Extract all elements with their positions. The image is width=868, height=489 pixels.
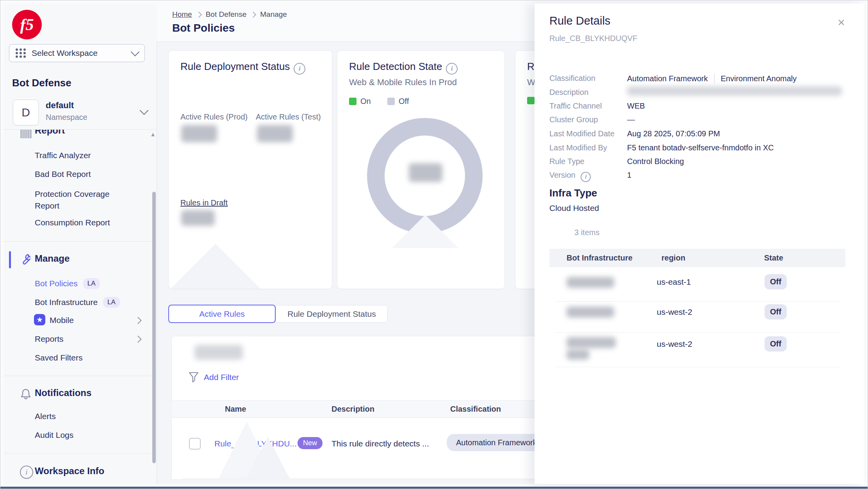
classification-value-2: Environment Anomaly bbox=[721, 74, 797, 83]
card-title-text: Rule Detection State bbox=[349, 61, 442, 72]
field-value: — bbox=[627, 115, 635, 124]
app-frame: f5 Select Workspace Bot Defense D defaul… bbox=[4, 4, 864, 484]
chevron-right-icon[interactable] bbox=[134, 336, 141, 343]
column-header-state: State bbox=[764, 253, 783, 262]
info-icon[interactable]: i bbox=[294, 63, 305, 75]
blurred-infra-name-line2 bbox=[567, 350, 589, 360]
field-value: Control Blocking bbox=[627, 157, 684, 166]
close-icon[interactable]: × bbox=[838, 16, 845, 29]
field-label: Classification bbox=[549, 74, 595, 83]
state-badge: Off bbox=[765, 274, 787, 289]
chevron-right-icon[interactable] bbox=[134, 317, 141, 324]
card-title: Rule Detection Statei bbox=[349, 61, 458, 75]
funnel-icon bbox=[189, 372, 198, 382]
info-icon[interactable]: i bbox=[446, 63, 458, 75]
row-checkbox[interactable] bbox=[189, 438, 201, 450]
workspace-selector[interactable]: Select Workspace bbox=[9, 44, 145, 62]
sidebar-item-reports[interactable]: Reports bbox=[35, 334, 64, 344]
namespace-chevron-icon[interactable] bbox=[140, 106, 149, 115]
report-bars-icon bbox=[20, 130, 32, 139]
row-divider bbox=[555, 367, 840, 367]
row-divider bbox=[555, 301, 840, 302]
wrench-icon bbox=[20, 253, 32, 265]
sidebar-item-traffic-analyzer[interactable]: Traffic Analyzer bbox=[35, 151, 91, 160]
blurred-value bbox=[181, 210, 215, 226]
mobile-star-icon: ★ bbox=[34, 314, 45, 325]
rules-in-draft-link[interactable]: Rules in Draft bbox=[180, 198, 228, 207]
field-value: WEB bbox=[627, 102, 645, 111]
divider bbox=[4, 376, 157, 376]
sidebar-section-manage[interactable]: Manage bbox=[35, 253, 70, 264]
column-header-bot-infrastructure: Bot Infrastructure bbox=[567, 253, 633, 262]
field-label: Rule Type bbox=[549, 157, 585, 166]
f5-logo: f5 bbox=[12, 10, 42, 39]
grid-icon bbox=[16, 48, 26, 58]
sidebar-section-workspace-info[interactable]: Workspace Info bbox=[35, 466, 104, 477]
table-header: Name Description Classification bbox=[172, 400, 590, 418]
sidebar-item-bot-infrastructure[interactable]: Bot InfrastructureLA bbox=[35, 297, 120, 308]
sidebar-item-saved-filters[interactable]: Saved Filters bbox=[35, 353, 83, 362]
column-header-description[interactable]: Description bbox=[332, 405, 374, 414]
field-label-version: Version i bbox=[549, 171, 591, 182]
sidebar-scrollbar[interactable] bbox=[152, 192, 156, 463]
breadcrumb-separator-icon bbox=[196, 11, 202, 18]
infra-region-cell: us-east-1 bbox=[657, 277, 691, 287]
breadcrumb-manage[interactable]: Manage bbox=[260, 10, 287, 19]
watermark-mountain bbox=[246, 437, 290, 478]
sidebar-item-consumption-report[interactable]: Consumption Report bbox=[35, 218, 110, 227]
namespace-avatar: D bbox=[13, 100, 39, 125]
sidebar-section-report[interactable]: Report bbox=[35, 130, 65, 136]
row-divider bbox=[555, 332, 840, 333]
legend-on: On bbox=[349, 97, 371, 106]
sidebar-item-bad-bot-report[interactable]: Bad Bot Report bbox=[35, 170, 91, 179]
card-title-text: Rule Deployment Status bbox=[180, 61, 290, 72]
blurred-infra-name bbox=[567, 277, 614, 288]
active-section-indicator bbox=[9, 251, 11, 268]
page-title: Bot Policies bbox=[172, 22, 235, 34]
field-label: Last Modified By bbox=[549, 143, 607, 152]
workspace-selector-label: Select Workspace bbox=[32, 48, 127, 58]
column-header-name[interactable]: Name bbox=[225, 405, 246, 414]
sidebar-item-mobile[interactable]: Mobile bbox=[50, 316, 74, 325]
infra-region-cell: us-west-2 bbox=[657, 339, 692, 349]
watermark-triangle bbox=[392, 215, 458, 248]
sidebar-section-notifications[interactable]: Notifications bbox=[35, 387, 91, 398]
card-rule-deployment-status: Rule Deployment Statusi Active Rules (Pr… bbox=[168, 50, 332, 289]
sidebar-item-protection-coverage-report[interactable]: Protection Coverage Report bbox=[35, 188, 121, 212]
info-icon[interactable]: i bbox=[581, 172, 591, 182]
rule-description-cell: This rule directly detects ... bbox=[332, 439, 429, 448]
watermark-triangle bbox=[171, 244, 260, 289]
card-subtitle: Web & Mobile Rules In Prod bbox=[349, 77, 457, 87]
active-rules-prod-label: Active Rules (Prod) bbox=[180, 112, 248, 121]
legend-off: Off bbox=[387, 97, 409, 106]
scroll-up-arrow-icon[interactable]: ▲ bbox=[150, 131, 156, 137]
legend-off-label: Off bbox=[399, 97, 409, 106]
column-header-classification[interactable]: Classification bbox=[450, 405, 501, 414]
divider bbox=[4, 241, 157, 242]
field-label: Last Modified Date bbox=[549, 129, 615, 138]
panel-title: Rule Details bbox=[549, 14, 610, 27]
blurred-items-count bbox=[194, 345, 243, 360]
add-filter-button[interactable]: Add Filter bbox=[189, 372, 239, 382]
state-badge: Off bbox=[765, 304, 787, 319]
breadcrumb-bot-defense[interactable]: Bot Defense bbox=[206, 10, 247, 19]
tab-active-rules[interactable]: Active Rules bbox=[168, 305, 276, 323]
blurred-donut-value bbox=[409, 163, 442, 182]
card-rule-detection-state: Rule Detection Statei Web & Mobile Rules… bbox=[337, 50, 505, 289]
sidebar-item-bot-policies[interactable]: Bot PoliciesLA bbox=[35, 278, 100, 289]
blurred-value bbox=[181, 125, 217, 142]
field-value: Aug 28 2025, 07:05:09 PM bbox=[627, 129, 720, 138]
field-label: Traffic Channel bbox=[549, 102, 602, 111]
sidebar-nav: Report Traffic Analyzer Bad Bot Report P… bbox=[4, 130, 157, 484]
breadcrumb: Home Bot Defense Manage bbox=[172, 10, 287, 19]
version-label: Version bbox=[549, 171, 576, 179]
tab-rule-deployment-status[interactable]: Rule Deployment Status bbox=[276, 305, 388, 323]
breadcrumb-separator-icon bbox=[250, 11, 257, 18]
sidebar-item-audit-logs[interactable]: Audit Logs bbox=[35, 430, 73, 440]
sidebar-item-alerts[interactable]: Alerts bbox=[35, 412, 56, 421]
sidebar: f5 Select Workspace Bot Defense D defaul… bbox=[4, 4, 157, 484]
window-bottom-edge bbox=[0, 487, 868, 489]
breadcrumb-home-link[interactable]: Home bbox=[172, 10, 192, 19]
blurred-infra-name bbox=[567, 307, 614, 318]
value-divider bbox=[714, 74, 715, 83]
